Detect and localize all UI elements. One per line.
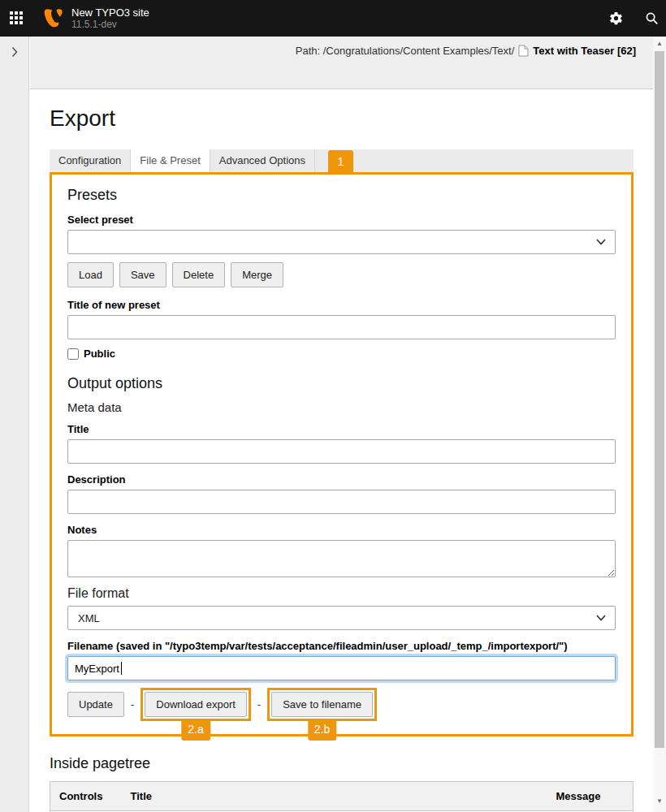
select-preset-label: Select preset [67,214,616,227]
save-to-filename-button[interactable]: Save to filename [271,692,373,717]
file-format-value: XML [78,612,100,624]
annotation-badge-2b: 2.b [308,719,336,741]
site-title: New TYPO3 site [71,6,149,19]
docheader: Path: /Congratulations/Content Examples/… [30,37,653,89]
scroll-up-arrow-icon[interactable]: ▲ [653,38,666,50]
annotation-outline-2b: Save to filename 2.b [267,688,377,721]
delete-button[interactable]: Delete [172,262,226,287]
file-format-select[interactable]: XML [67,606,616,630]
typo3-logo-icon [42,6,64,30]
annotation-badge-1: 1 [328,150,353,172]
save-button[interactable]: Save [119,262,166,287]
site-version: 11.5.1-dev [71,19,149,31]
tab-file-preset[interactable]: File & Preset [131,149,210,172]
breadcrumb: Path: /Congratulations/Content Examples/… [296,45,636,57]
inside-pagetree-heading: Inside pagetree [50,754,634,772]
notes-label: Notes [67,524,616,537]
breadcrumb-path: Path: /Congratulations/Content Examples/… [296,45,515,57]
chevron-down-icon [596,239,606,245]
table-header-row: Controls Title Message [50,782,634,811]
file-preset-panel: Presets Select preset Load Save Delete M… [50,172,634,736]
settings-gear-icon[interactable] [609,11,623,25]
module-content: Path: /Congratulations/Content Examples/… [30,37,653,812]
button-separator: - [131,698,134,710]
output-options-heading: Output options [67,374,616,392]
filename-label: Filename (saved in "/typo3temp/var/tests… [67,640,616,653]
preset-select[interactable] [67,230,616,254]
record-document-icon [518,45,529,57]
file-format-label: File format [67,585,616,602]
presets-heading: Presets [67,186,616,204]
text-cursor [121,662,122,675]
pagetree-sidebar-collapsed [0,37,29,812]
load-button[interactable]: Load [67,262,114,287]
sidebar-expand-chevron-icon[interactable] [10,46,19,58]
column-header-controls: Controls [50,782,122,811]
tabbar: Configuration File & Preset Advanced Opt… [50,149,634,172]
filename-input[interactable] [67,656,616,680]
vertical-scrollbar[interactable]: ▲ ▼ [653,37,666,812]
public-checkbox[interactable] [67,348,79,360]
download-export-button[interactable]: Download export [145,692,247,717]
chevron-down-icon [596,615,606,621]
new-preset-title-input[interactable] [67,315,616,339]
annotation-outline-2a: Download export 2.a [141,688,251,721]
notes-textarea[interactable] [67,540,616,577]
merge-button[interactable]: Merge [231,262,283,287]
module-menu-icon[interactable] [10,11,24,25]
description-input[interactable] [67,490,616,514]
update-button[interactable]: Update [67,692,124,717]
page-title: Export [50,106,634,132]
record-title: Text with Teaser [62] [533,45,636,57]
column-header-message: Message [547,782,634,811]
pagetree-table: Controls Title Message [50,781,634,812]
title-input[interactable] [67,439,616,464]
meta-data-heading: Meta data [67,400,616,415]
tab-configuration[interactable]: Configuration [50,149,131,172]
scroll-down-arrow-icon[interactable]: ▼ [653,796,666,807]
annotation-badge-2a: 2.a [181,719,210,741]
search-icon[interactable] [645,11,659,25]
description-label: Description [67,473,616,486]
topbar: New TYPO3 site 11.5.1-dev [0,0,666,37]
public-checkbox-label: Public [84,348,115,360]
new-preset-title-label: Title of new preset [67,299,616,312]
tab-advanced-options[interactable]: Advanced Options [210,149,315,172]
title-label: Title [67,423,616,436]
column-header-title: Title [122,782,547,811]
button-separator: - [257,698,261,710]
scrollbar-thumb[interactable] [655,51,664,748]
